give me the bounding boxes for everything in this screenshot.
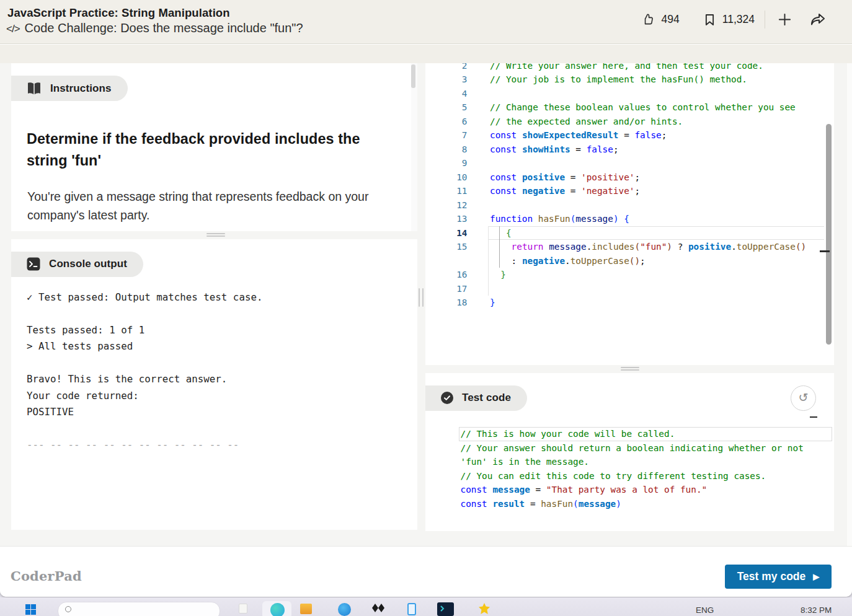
code-line[interactable]: 7const showExpectedResult = false; <box>425 128 834 143</box>
tab-console-output-label: Console output <box>49 258 127 270</box>
add-button[interactable] <box>778 12 792 27</box>
diamonds-app-icon[interactable] <box>371 604 385 615</box>
instructions-scrollbar-thumb[interactable] <box>411 64 415 88</box>
phone-link-icon[interactable] <box>407 603 416 615</box>
line-number: 17 <box>425 282 468 296</box>
code-text: { <box>488 226 825 240</box>
plus-icon <box>778 12 792 27</box>
test-code-editor[interactable]: // This is how your code will be called.… <box>459 427 834 511</box>
line-number: 18 <box>425 296 468 310</box>
line-number: 14 <box>425 226 468 240</box>
console-line: Bravo! This is the correct answer. <box>27 371 262 388</box>
code-text: return message.includes("fun") ? positiv… <box>488 240 825 254</box>
header-divider <box>765 11 765 29</box>
code-line[interactable]: 13function hasFun(message) { <box>425 212 834 226</box>
code-line[interactable]: 10const positive = 'positive'; <box>425 170 834 185</box>
tab-test-code[interactable]: Test code <box>425 385 527 411</box>
line-number <box>425 254 468 268</box>
code-text: } <box>488 268 825 282</box>
instructions-heading: Determine if the feedback provided inclu… <box>27 128 374 172</box>
code-line[interactable]: 9 <box>425 156 834 170</box>
page-title: JavaScript Practice: String Manipulation <box>7 6 230 20</box>
console-line: --- -- -- -- -- -- -- -- -- -- -- -- <box>27 437 262 454</box>
thumbs-up-icon <box>642 14 654 25</box>
tab-instructions-label: Instructions <box>50 82 112 95</box>
line-number: 8 <box>425 143 468 157</box>
code-line[interactable]: 14 { <box>425 226 834 240</box>
share-icon <box>810 13 825 26</box>
instructions-scrollbar[interactable] <box>411 63 417 231</box>
code-line[interactable]: 4 <box>425 87 834 101</box>
editor-scrollbar-thumb[interactable] <box>826 124 832 345</box>
terminal-app-icon[interactable] <box>437 602 454 616</box>
notes-app-icon[interactable] <box>239 604 247 614</box>
code-line[interactable]: const message = "That party was a lot of… <box>459 483 834 497</box>
start-button[interactable] <box>25 604 36 615</box>
test-editor-cursor-mark <box>810 416 817 418</box>
code-line[interactable]: // Your answer should return a boolean i… <box>459 441 834 455</box>
code-line[interactable]: 17 <box>425 282 834 296</box>
file-explorer-icon[interactable] <box>300 604 312 614</box>
code-line[interactable]: 6// the expected answer and/or hints. <box>425 115 834 129</box>
code-text: function hasFun(message) { <box>488 212 825 226</box>
test-my-code-button[interactable]: Test my code ▶ <box>725 565 832 589</box>
line-number: 13 <box>425 212 468 226</box>
code-editor[interactable]: 2// Write your answer here, and then tes… <box>425 63 834 310</box>
tab-test-code-label: Test code <box>462 392 511 404</box>
code-line[interactable]: 5// Change these boolean values to contr… <box>425 100 834 115</box>
likes-count: 494 <box>662 13 680 26</box>
code-line[interactable]: 11const negative = 'negative'; <box>425 184 834 198</box>
bookmarks-stat[interactable]: 11,324 <box>705 13 755 26</box>
code-line[interactable]: 16 } <box>425 268 834 282</box>
tab-instructions[interactable]: Instructions <box>11 76 128 101</box>
code-line[interactable]: 15 return message.includes("fun") ? posi… <box>425 240 834 254</box>
browser-window: JavaScript Practice: String Manipulation… <box>0 0 852 597</box>
share-button[interactable] <box>810 13 825 26</box>
code-line[interactable]: const result = hasFun(message) <box>459 497 834 511</box>
tab-console-output[interactable]: Console output <box>11 252 143 277</box>
code-text <box>488 198 825 213</box>
taskbar-language[interactable]: ENG <box>696 605 714 615</box>
center-splitter-handle[interactable] <box>419 288 424 307</box>
header-lower-strip <box>0 45 852 63</box>
code-line[interactable]: // You can edit this code to try differe… <box>459 469 834 483</box>
code-line[interactable]: 8const showHints = false; <box>425 143 834 157</box>
code-line[interactable]: 18} <box>425 296 834 310</box>
page-header: JavaScript Practice: String Manipulation… <box>0 0 852 44</box>
copilot-app-icon[interactable] <box>270 603 285 616</box>
header-actions: 494 11,324 <box>642 8 825 31</box>
code-line[interactable]: 3// Your job is to implement the hasFun(… <box>425 73 834 87</box>
line-number: 9 <box>425 156 468 170</box>
code-line[interactable]: 12 <box>425 198 834 213</box>
code-text: // Your answer should return a boolean i… <box>459 441 832 455</box>
code-line[interactable]: : negative.toUpperCase(); <box>425 254 834 268</box>
likes-stat[interactable]: 494 <box>642 13 680 26</box>
code-line[interactable]: 2// Write your answer here, and then tes… <box>425 63 834 73</box>
test-code-panel: Test code ↺ // This is how your code wil… <box>425 373 834 532</box>
book-icon <box>27 82 42 95</box>
search-icon <box>65 606 71 612</box>
console-output-text: ✓ Test passed: Output matches test case.… <box>27 289 262 454</box>
console-line <box>27 306 262 322</box>
edge-browser-icon[interactable] <box>338 603 351 616</box>
challenge-subtitle-text: Code Challenge: Does the message include… <box>25 21 303 35</box>
code-line[interactable]: // This is how your code will be called. <box>459 427 834 441</box>
bookmarks-count: 11,324 <box>722 13 755 26</box>
left-splitter-handle[interactable] <box>206 233 225 237</box>
instructions-body: You're given a message string that repre… <box>27 187 403 224</box>
screen: JavaScript Practice: String Manipulation… <box>0 0 852 616</box>
code-text: const showExpectedResult = false; <box>488 128 825 143</box>
code-text: const negative = 'negative'; <box>488 184 825 198</box>
indent-guide <box>488 226 489 296</box>
right-splitter-handle[interactable] <box>621 367 639 371</box>
favorites-app-icon[interactable] <box>479 603 490 616</box>
console-line <box>27 421 262 438</box>
taskbar-search-box[interactable] <box>58 602 220 616</box>
line-number: 6 <box>425 115 468 129</box>
code-text: // the expected answer and/or hints. <box>488 115 825 129</box>
taskbar-clock[interactable]: 8:32 PM <box>801 605 832 615</box>
code-text: // Write your answer here, and then test… <box>488 63 825 73</box>
code-text: const result = hasFun(message) <box>459 497 832 511</box>
reset-test-code-button[interactable]: ↺ <box>791 385 816 411</box>
code-line[interactable]: 'fun' is in the message. <box>459 455 834 469</box>
